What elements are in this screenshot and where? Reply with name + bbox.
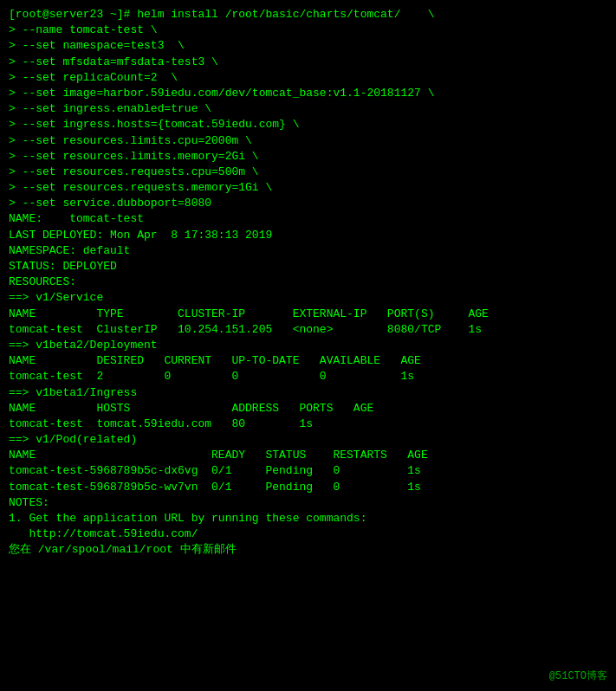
watermark: @51CTO博客 — [549, 669, 607, 684]
terminal-line: > --set resources.requests.cpu=500m \ — [9, 165, 607, 180]
terminal-line: 1. Get the application URL by running th… — [9, 511, 607, 526]
terminal-line: tomcat-test 2 0 0 0 1s — [9, 369, 607, 384]
terminal-line: > --set image=harbor.59iedu.com/dev/tomc… — [9, 86, 607, 101]
terminal-line: > --set resources.limits.memory=2Gi \ — [9, 149, 607, 165]
terminal-line: NAMESPACE: default — [9, 243, 607, 259]
terminal-line: RESOURCES: — [9, 274, 607, 290]
terminal-line: NAME READY STATUS RESTARTS AGE — [9, 448, 607, 463]
terminal-line: tomcat-test ClusterIP 10.254.151.205 <no… — [9, 322, 607, 338]
terminal-line: tomcat-test-5968789b5c-dx6vg 0/1 Pending… — [9, 463, 607, 479]
terminal-line: > --set resources.requests.memory=1Gi \ — [9, 180, 607, 196]
terminal-line: > --set service.dubboport=8080 — [9, 196, 607, 211]
terminal-line: ==> v1beta1/Ingress — [9, 385, 607, 401]
terminal-line: > --set ingress.enabled=true \ — [9, 101, 607, 117]
terminal-line: NAME: tomcat-test — [9, 211, 607, 227]
terminal-line: LAST DEPLOYED: Mon Apr 8 17:38:13 2019 — [9, 228, 607, 243]
terminal-line: NAME DESIRED CURRENT UP-TO-DATE AVAILABL… — [9, 353, 607, 369]
terminal-line: STATUS: DEPLOYED — [9, 259, 607, 274]
terminal-line: ==> v1/Pod(related) — [9, 432, 607, 448]
terminal-line: NAME TYPE CLUSTER-IP EXTERNAL-IP PORT(S)… — [9, 307, 607, 322]
terminal-line: 您在 /var/spool/mail/root 中有新邮件 — [9, 542, 607, 558]
terminal-line: > --set ingress.hosts={tomcat.59iedu.com… — [9, 117, 607, 132]
terminal-line: [root@server23 ~]# helm install /root/ba… — [9, 7, 607, 23]
terminal-line: > --set resources.limits.cpu=2000m \ — [9, 133, 607, 149]
terminal-line: tomcat-test-5968789b5c-wv7vn 0/1 Pending… — [9, 480, 607, 495]
terminal-line: ==> v1/Service — [9, 290, 607, 306]
terminal-line: http://tomcat.59iedu.com/ — [9, 526, 607, 542]
terminal-line: > --set replicaCount=2 \ — [9, 70, 607, 86]
terminal-line: ==> v1beta2/Deployment — [9, 338, 607, 353]
terminal-output: [root@server23 ~]# helm install /root/ba… — [9, 7, 607, 559]
terminal-line: tomcat-test tomcat.59iedu.com 80 1s — [9, 417, 607, 432]
terminal-line: > --name tomcat-test \ — [9, 23, 607, 38]
terminal-line: NOTES: — [9, 495, 607, 511]
terminal-line: > --set namespace=test3 \ — [9, 38, 607, 54]
terminal-line: > --set mfsdata=mfsdata-test3 \ — [9, 55, 607, 70]
terminal-line: NAME HOSTS ADDRESS PORTS AGE — [9, 401, 607, 417]
